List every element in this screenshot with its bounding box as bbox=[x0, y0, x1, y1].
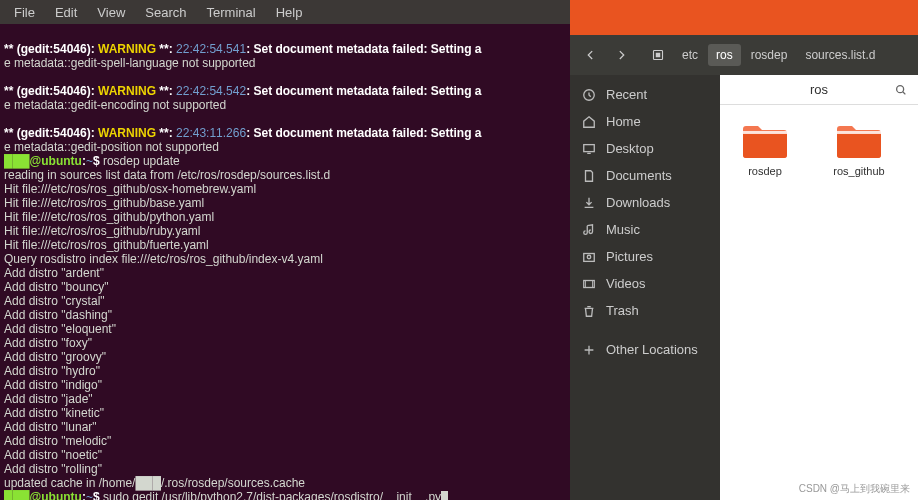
terminal-menubar[interactable]: File Edit View Search Terminal Help bbox=[0, 0, 570, 24]
nav-back-button[interactable] bbox=[576, 41, 604, 69]
sidebar-item-downloads[interactable]: Downloads bbox=[570, 189, 720, 216]
menu-terminal[interactable]: Terminal bbox=[199, 3, 264, 22]
main-title-bar: ros bbox=[720, 75, 918, 105]
file-list[interactable]: rosdep ros_github bbox=[720, 105, 918, 500]
command-rosdep-update: rosdep update bbox=[103, 154, 180, 168]
file-manager-sidebar: Recent Home Desktop Documents Downloads … bbox=[570, 75, 720, 500]
svg-rect-8 bbox=[743, 131, 787, 134]
timestamp: 22:43:11.266 bbox=[176, 126, 246, 140]
sidebar-item-recent[interactable]: Recent bbox=[570, 81, 720, 108]
search-button[interactable] bbox=[890, 79, 912, 101]
path-seg-rosdep[interactable]: rosdep bbox=[743, 44, 796, 66]
sidebar-item-other-locations[interactable]: Other Locations bbox=[570, 336, 720, 363]
file-manager-window: etc ros rosdep sources.list.d Recent Hom… bbox=[570, 35, 918, 500]
folder-rosdep[interactable]: rosdep bbox=[730, 121, 800, 177]
file-manager-header: etc ros rosdep sources.list.d bbox=[570, 35, 918, 75]
prompt-user: ███ bbox=[4, 154, 30, 168]
prompt-user: ███ bbox=[4, 490, 30, 500]
current-folder-title: ros bbox=[810, 82, 828, 97]
file-manager-main: ros rosdep ros_github bbox=[720, 75, 918, 500]
folder-icon bbox=[835, 121, 883, 161]
sidebar-item-music[interactable]: Music bbox=[570, 216, 720, 243]
menu-search[interactable]: Search bbox=[137, 3, 194, 22]
command-sudo-gedit: sudo gedit /usr/lib/python2.7/dist-packa… bbox=[103, 490, 441, 500]
terminal-window: File Edit View Search Terminal Help ** (… bbox=[0, 0, 570, 500]
path-seg-sources[interactable]: sources.list.d bbox=[797, 44, 883, 66]
sidebar-item-pictures[interactable]: Pictures bbox=[570, 243, 720, 270]
sidebar-item-documents[interactable]: Documents bbox=[570, 162, 720, 189]
desktop-topbar bbox=[568, 0, 918, 35]
path-seg-ros[interactable]: ros bbox=[708, 44, 741, 66]
menu-help[interactable]: Help bbox=[268, 3, 311, 22]
nav-forward-button[interactable] bbox=[608, 41, 636, 69]
gedit-prefix: ** (gedit:54046): bbox=[4, 42, 98, 56]
sidebar-item-trash[interactable]: Trash bbox=[570, 297, 720, 324]
svg-rect-1 bbox=[656, 53, 661, 58]
timestamp: 22:42:54.541 bbox=[176, 42, 246, 56]
terminal-cursor bbox=[441, 491, 448, 500]
folder-label: rosdep bbox=[748, 165, 782, 177]
sidebar-item-videos[interactable]: Videos bbox=[570, 270, 720, 297]
svg-point-5 bbox=[587, 255, 591, 259]
path-seg-etc[interactable]: etc bbox=[674, 44, 706, 66]
sidebar-item-desktop[interactable]: Desktop bbox=[570, 135, 720, 162]
svg-rect-9 bbox=[837, 131, 881, 134]
folder-label: ros_github bbox=[833, 165, 884, 177]
svg-point-7 bbox=[897, 85, 904, 92]
path-bar[interactable]: etc ros rosdep sources.list.d bbox=[644, 41, 883, 69]
menu-file[interactable]: File bbox=[6, 3, 43, 22]
menu-edit[interactable]: Edit bbox=[47, 3, 85, 22]
sidebar-item-home[interactable]: Home bbox=[570, 108, 720, 135]
timestamp: 22:42:54.542 bbox=[176, 84, 246, 98]
svg-rect-3 bbox=[584, 144, 595, 151]
watermark: CSDN @马上到我碗里来 bbox=[799, 482, 910, 496]
warning-label: WARNING bbox=[98, 42, 156, 56]
folder-icon bbox=[741, 121, 789, 161]
menu-view[interactable]: View bbox=[89, 3, 133, 22]
terminal-output[interactable]: ** (gedit:54046): WARNING **: 22:42:54.5… bbox=[0, 24, 570, 500]
path-root-icon[interactable] bbox=[644, 41, 672, 69]
redacted-user: ███ bbox=[135, 476, 161, 490]
folder-ros-github[interactable]: ros_github bbox=[824, 121, 894, 177]
